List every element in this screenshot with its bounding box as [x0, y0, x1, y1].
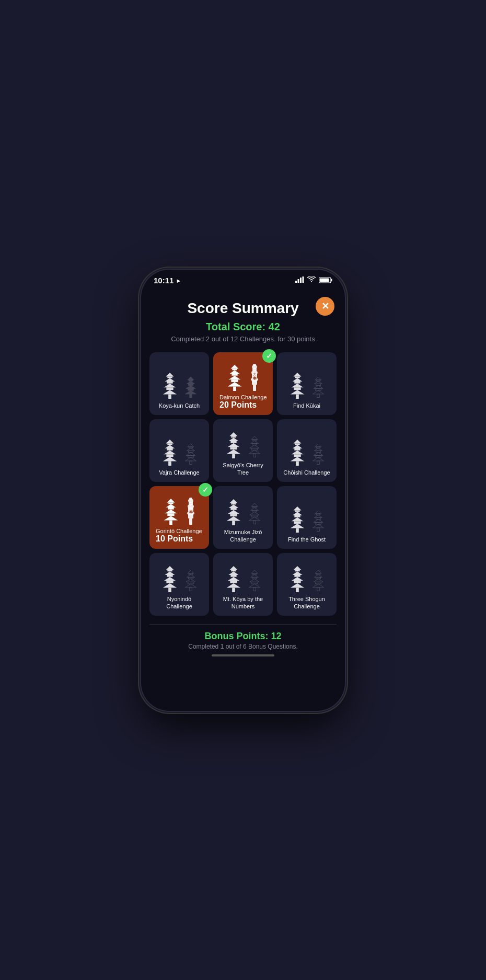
svg-rect-12 — [166, 387, 173, 390]
svg-marker-156 — [165, 571, 175, 575]
svg-marker-19 — [186, 386, 195, 389]
challenge-card-find-ghost[interactable]: Find the Ghost — [277, 486, 337, 549]
svg-marker-174 — [228, 577, 240, 581]
svg-rect-185 — [253, 587, 256, 591]
svg-rect-48 — [296, 395, 299, 399]
svg-rect-3 — [303, 276, 304, 283]
card-icons — [160, 424, 199, 468]
card-icons — [224, 558, 262, 594]
card-icons — [287, 491, 326, 535]
svg-rect-80 — [232, 454, 235, 458]
wifi-icon — [307, 276, 316, 284]
svg-text:奉: 奉 — [189, 510, 193, 514]
svg-rect-143 — [294, 521, 300, 524]
svg-rect-199 — [316, 582, 321, 584]
svg-marker-182 — [250, 579, 259, 582]
svg-marker-158 — [164, 577, 176, 581]
card-name: Mizumuke Jizō Challenge — [217, 528, 269, 544]
checkmark-badge: ✓ — [262, 349, 276, 363]
card-icons — [287, 558, 326, 594]
svg-rect-129 — [232, 521, 235, 525]
card-icons — [287, 424, 326, 468]
svg-marker-200 — [313, 584, 324, 587]
svg-marker-136 — [249, 517, 260, 521]
svg-marker-23 — [230, 364, 238, 368]
checkmark-badge: ✓ — [199, 483, 212, 497]
svg-rect-123 — [231, 503, 236, 504]
challenge-card-choishi[interactable]: Chōishi Challenge — [277, 419, 337, 482]
svg-marker-188 — [293, 571, 303, 575]
svg-rect-135 — [252, 515, 258, 517]
svg-marker-83 — [251, 441, 259, 443]
svg-rect-137 — [253, 521, 256, 524]
svg-text:大: 大 — [253, 373, 256, 376]
challenge-card-three-shogun[interactable]: Three Shogun Challenge — [277, 553, 337, 616]
svg-marker-49 — [315, 377, 321, 380]
svg-marker-134 — [250, 512, 259, 515]
svg-marker-59 — [165, 445, 175, 448]
svg-marker-166 — [186, 579, 195, 582]
challenge-card-vajra[interactable]: Vajra Challenge — [149, 419, 209, 482]
svg-rect-58 — [167, 444, 172, 445]
svg-rect-104 — [317, 461, 320, 465]
svg-text:奉: 奉 — [252, 376, 257, 380]
challenge-card-daimon[interactable]: ✓ — [213, 352, 273, 415]
svg-rect-90 — [295, 444, 299, 445]
card-name: Mt. Kōya by the Numbers — [217, 595, 269, 610]
svg-marker-126 — [228, 510, 240, 514]
svg-marker-97 — [315, 444, 321, 447]
svg-marker-103 — [313, 457, 324, 461]
svg-rect-157 — [167, 575, 172, 577]
svg-marker-95 — [291, 457, 304, 462]
challenge-card-mt-koya[interactable]: Mt. Kōya by the Numbers — [213, 553, 273, 616]
challenge-card-saigyo[interactable]: Saigyō's Cherry Tree — [213, 419, 273, 482]
svg-marker-150 — [314, 520, 323, 523]
time-display: 10:11 — [154, 276, 173, 285]
challenge-card-nyonindo[interactable]: Nyonindō Challenge — [149, 553, 209, 616]
svg-rect-26 — [232, 373, 237, 375]
svg-rect-139 — [295, 511, 299, 512]
challenge-card-mizumuke[interactable]: Mizumuke Jizō Challenge — [213, 486, 273, 549]
svg-rect-42 — [295, 377, 299, 378]
phone-frame: 10:11 ► — [141, 270, 345, 711]
home-indicator — [212, 654, 274, 656]
svg-marker-99 — [315, 448, 322, 451]
svg-marker-85 — [250, 445, 259, 448]
svg-marker-93 — [292, 451, 304, 455]
svg-marker-67 — [187, 448, 195, 451]
svg-marker-29 — [228, 382, 241, 386]
svg-marker-87 — [249, 450, 260, 454]
close-icon: ✕ — [321, 301, 329, 312]
svg-marker-43 — [293, 378, 303, 382]
svg-marker-180 — [251, 574, 259, 577]
svg-marker-13 — [163, 390, 177, 395]
svg-marker-190 — [292, 577, 304, 581]
svg-rect-14 — [168, 395, 171, 399]
card-icons: 奉 大 — [225, 358, 261, 393]
svg-marker-105 — [167, 498, 175, 502]
challenge-card-find-kukai[interactable]: Find Kūkai — [277, 352, 337, 415]
svg-rect-94 — [294, 454, 300, 457]
svg-marker-196 — [315, 574, 322, 577]
card-name: Nyonindō Challenge — [154, 595, 205, 610]
close-button[interactable]: ✕ — [316, 297, 334, 316]
svg-marker-101 — [314, 453, 323, 456]
svg-marker-51 — [315, 381, 322, 384]
svg-marker-41 — [293, 373, 301, 377]
svg-rect-145 — [296, 528, 299, 533]
svg-marker-122 — [229, 499, 237, 503]
svg-rect-127 — [230, 514, 237, 516]
svg-marker-140 — [293, 512, 303, 515]
svg-rect-60 — [167, 448, 172, 451]
svg-rect-62 — [166, 454, 173, 457]
svg-marker-170 — [229, 566, 237, 570]
svg-marker-81 — [251, 436, 258, 440]
svg-rect-2 — [300, 278, 302, 283]
challenge-card-koya-kun-catch[interactable]: Koya-kun Catch — [149, 352, 209, 415]
svg-rect-70 — [188, 456, 194, 458]
svg-rect-125 — [230, 508, 236, 510]
svg-rect-92 — [294, 448, 300, 451]
card-name: Vajra Challenge — [159, 469, 199, 476]
svg-marker-107 — [166, 504, 176, 508]
challenge-card-gorinto[interactable]: ✓ — [149, 486, 209, 549]
